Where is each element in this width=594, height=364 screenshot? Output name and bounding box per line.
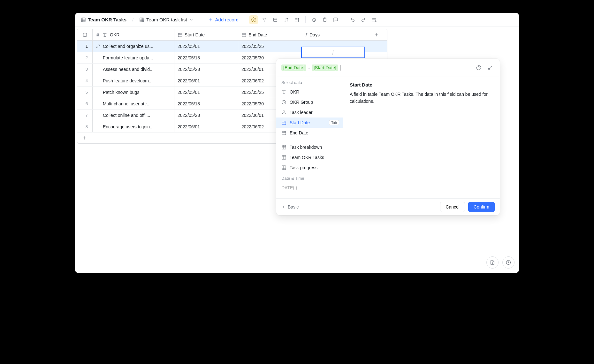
expand-icon: [488, 65, 493, 70]
floating-buttons: [486, 256, 514, 269]
cell-okr[interactable]: Collect online and offli...: [93, 110, 174, 121]
cell-start-date[interactable]: 2022/05/18: [174, 98, 238, 109]
view-selector[interactable]: Team OKR task list: [137, 15, 196, 24]
column-end-date-label: End Date: [248, 32, 267, 37]
lock-icon: [96, 33, 100, 37]
option-label: DATE( ): [281, 185, 297, 190]
comment-button[interactable]: [331, 15, 340, 24]
clipboard-button[interactable]: [320, 15, 329, 24]
formula-options-list[interactable]: Select data OKROKR GroupTask leaderStart…: [276, 77, 343, 198]
table-icon: [81, 17, 86, 22]
formula-option[interactable]: Task progress: [276, 163, 343, 173]
column-okr-label: OKR: [110, 32, 119, 37]
formula-option[interactable]: End Date: [276, 128, 343, 138]
search-button[interactable]: [370, 15, 379, 24]
formula-chip-start-date[interactable]: [Start Date]: [312, 64, 338, 71]
formula-option[interactable]: Team OKR Tasks: [276, 152, 343, 163]
formula-option[interactable]: OKR: [276, 87, 343, 97]
option-label: Task leader: [290, 110, 313, 115]
cell-okr[interactable]: Push feature developm...: [93, 75, 174, 86]
row-number: 2: [77, 52, 93, 63]
reminder-button[interactable]: [309, 15, 318, 24]
cell-start-date[interactable]: 2022/05/23: [174, 64, 238, 75]
cell-okr[interactable]: Assess needs and divid...: [93, 64, 174, 75]
formula-option[interactable]: Start DateTab: [276, 118, 343, 128]
formula-input-bar[interactable]: [End Date] - [Start Date]: [276, 59, 500, 77]
select-all-checkbox[interactable]: [77, 29, 93, 40]
filter-button[interactable]: [260, 15, 269, 24]
detail-title: Start Date: [350, 82, 493, 87]
group-button[interactable]: [271, 15, 280, 24]
cell-okr[interactable]: Patch known bugs: [93, 87, 174, 98]
cell-start-date[interactable]: 2022/06/01: [174, 121, 238, 132]
help-icon: [476, 65, 481, 70]
section-label-select-data: Select data: [276, 77, 343, 87]
cell-okr[interactable]: Collect and organize us...: [93, 41, 174, 52]
formula-operator-minus: -: [308, 65, 310, 71]
plus-icon: [208, 17, 213, 22]
toolbar-separator: [245, 16, 245, 23]
formula-expand-button[interactable]: [486, 63, 495, 72]
plus-icon: [82, 135, 87, 140]
clock-icon: [281, 100, 286, 105]
column-header-days[interactable]: ƒ Days: [302, 29, 366, 40]
row-number: 4: [77, 75, 93, 86]
field-settings-button[interactable]: [249, 15, 258, 24]
table-breadcrumb[interactable]: Team OKR Tasks: [78, 15, 129, 24]
cell-start-date[interactable]: 2022/05/01: [174, 87, 238, 98]
column-header-end-date[interactable]: End Date: [238, 29, 302, 40]
alarm-icon: [311, 17, 316, 22]
basic-mode-link[interactable]: Basic: [281, 204, 299, 209]
column-header-okr[interactable]: OKR: [93, 29, 174, 40]
section-label-date-time: Date & Time: [276, 173, 343, 183]
redo-button[interactable]: [359, 15, 368, 24]
cell-start-date[interactable]: 2022/06/01: [174, 75, 238, 86]
row-number: 5: [77, 87, 93, 98]
option-label: Task breakdown: [290, 145, 322, 150]
docs-button[interactable]: [486, 256, 499, 269]
formula-option[interactable]: OKR Group: [276, 97, 343, 107]
svg-rect-0: [81, 18, 85, 22]
sort-button[interactable]: [282, 15, 291, 24]
formula-option[interactable]: Task breakdown: [276, 142, 343, 152]
column-header-start-date[interactable]: Start Date: [174, 29, 238, 40]
grid-view-icon: [139, 17, 144, 22]
cancel-button[interactable]: Cancel: [440, 202, 465, 212]
option-label: OKR Group: [290, 100, 313, 105]
expand-record-icon[interactable]: [96, 44, 100, 49]
cell-start-date[interactable]: 2022/05/18: [174, 52, 238, 63]
add-column-button[interactable]: [366, 29, 387, 40]
cell-okr[interactable]: Multi-channel user attr...: [93, 98, 174, 109]
formula-help-button[interactable]: [474, 63, 483, 72]
svg-point-11: [476, 65, 481, 70]
column-start-date-label: Start Date: [185, 32, 205, 37]
row-height-button[interactable]: [293, 15, 301, 24]
okr-text: Collect and organize us...: [103, 44, 171, 49]
date-icon: [281, 130, 286, 135]
formula-option-date-fn[interactable]: DATE( ): [276, 183, 343, 193]
formula-option[interactable]: Task leader: [276, 107, 343, 118]
formula-detail-panel: Start Date A field in table Team OKR Tas…: [343, 77, 500, 198]
add-record-label: Add record: [215, 17, 239, 22]
row-number: 7: [77, 110, 93, 121]
formula-chip-end-date[interactable]: [End Date]: [281, 64, 306, 71]
okr-text: Multi-channel user attr...: [103, 101, 171, 106]
help-button[interactable]: [502, 256, 514, 269]
toolbar-separator: [305, 16, 306, 23]
checkbox-icon: [82, 32, 88, 37]
clipboard-icon: [322, 17, 327, 22]
row-height-icon: [294, 17, 300, 22]
okr-text: Formulate feature upda...: [103, 55, 171, 60]
confirm-button[interactable]: Confirm: [468, 202, 495, 212]
cell-end-date[interactable]: 2022/05/25: [238, 41, 302, 52]
option-label: OKR: [290, 89, 299, 95]
add-record-button[interactable]: Add record: [206, 15, 241, 24]
breadcrumb-separator: /: [132, 17, 133, 22]
active-formula-cell[interactable]: ƒ: [301, 47, 365, 58]
undo-button[interactable]: [348, 15, 357, 24]
cell-start-date[interactable]: 2022/05/01: [174, 41, 238, 52]
chevron-left-icon: [281, 205, 286, 209]
cell-okr[interactable]: Encourage users to join...: [93, 121, 174, 132]
cell-start-date[interactable]: 2022/05/23: [174, 110, 238, 121]
cell-okr[interactable]: Formulate feature upda...: [93, 52, 174, 63]
